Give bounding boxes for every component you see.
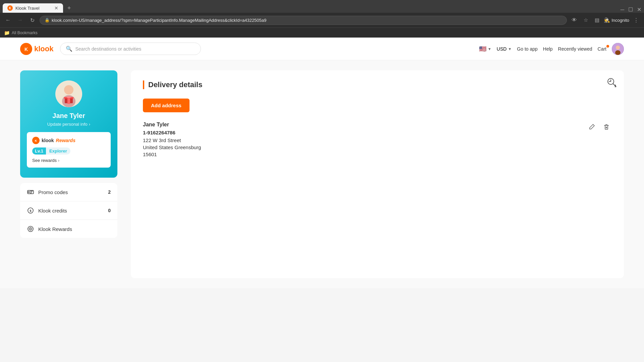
logo[interactable]: K klook [20, 43, 53, 55]
klook-rewards-menu-item[interactable]: Klook Rewards [20, 220, 117, 238]
help-link[interactable]: Help [543, 46, 553, 52]
delivery-section-title: Delivery details [143, 80, 612, 89]
sidebar-menu: Promo codes 2 $ Klook credits 0 [20, 183, 117, 238]
bookmarks-label: All Bookmarks [12, 31, 38, 35]
incognito-badge: 🕵 Incognito [604, 17, 629, 23]
flag-icon: 🇺🇸 [479, 45, 486, 53]
profile-avatar [55, 80, 82, 107]
main-content: Jane Tyler Update personal info › K kloo… [0, 60, 644, 288]
minimize-button[interactable]: ─ [621, 7, 624, 13]
klook-mini-logo-icon: K [32, 137, 40, 144]
chevron-right-icon: › [89, 122, 90, 127]
tab-title: Klook Travel [15, 6, 40, 11]
nav-right: 🇺🇸 ▼ USD ▼ Go to app Help Recently viewe… [479, 43, 624, 55]
close-window-button[interactable]: ✕ [637, 6, 641, 13]
coin-icon: $ [27, 207, 34, 214]
sidebar: Jane Tyler Update personal info › K kloo… [20, 70, 117, 278]
eye-slash-icon[interactable]: 👁 [570, 15, 579, 25]
level-badge: Lv.1 Explorer [32, 147, 70, 155]
logo-text: klook [34, 45, 53, 53]
forward-button[interactable]: → [15, 15, 25, 25]
maximize-button[interactable]: ☐ [628, 6, 633, 13]
bookmark-icon[interactable]: ☆ [581, 15, 590, 25]
svg-text:$: $ [30, 209, 31, 213]
tab-favicon: K [7, 5, 13, 11]
rewards-card: K klook Rewards Lv.1 Explorer See reward… [27, 132, 111, 168]
add-address-button[interactable]: Add address [143, 99, 190, 112]
address-bar[interactable]: 🔒 klook.com/en-US/manage_address/?spm=Ma… [40, 16, 567, 25]
search-placeholder: Search destinations or activities [75, 46, 141, 52]
promo-codes-label: Promo codes [38, 189, 104, 195]
language-selector[interactable]: 🇺🇸 ▼ [479, 45, 491, 53]
avatar[interactable] [612, 43, 624, 55]
address-street: 122 W 3rd Street [143, 137, 612, 143]
profile-card: Jane Tyler Update personal info › K kloo… [20, 70, 117, 178]
svg-point-15 [28, 191, 30, 193]
klook-rewards-logo: K klook Rewards [32, 137, 105, 144]
incognito-icon: 🕵 [604, 17, 610, 23]
svg-point-23 [30, 229, 31, 230]
svg-text:K: K [35, 139, 37, 142]
url-text: klook.com/en-US/manage_address/?spm=Mana… [52, 18, 266, 23]
promo-codes-menu-item[interactable]: Promo codes 2 [20, 183, 117, 201]
address-city-state: United States Greensburg [143, 144, 612, 150]
see-rewards-chevron-icon: › [58, 158, 59, 163]
tab-close-btn[interactable]: ✕ [54, 5, 58, 11]
address-card: Jane Tyler 1-9162264786 122 W 3rd Street… [143, 122, 612, 157]
chevron-down-icon: ▼ [488, 47, 491, 51]
avatar-image [612, 43, 624, 55]
currency-label: USD [497, 46, 507, 52]
ticket-icon [27, 188, 34, 196]
promo-codes-count: 2 [108, 189, 111, 195]
edit-address-button[interactable] [586, 122, 597, 132]
sidebar-toggle-icon[interactable]: ▤ [592, 15, 602, 25]
klook-rewards-label: Klook Rewards [38, 226, 111, 232]
lock-icon: 🔒 [45, 18, 50, 22]
address-name: Jane Tyler [143, 122, 612, 128]
cart-link[interactable]: Cart [598, 46, 606, 52]
see-rewards-link[interactable]: See rewards › [32, 158, 105, 163]
reload-button[interactable]: ↻ [28, 15, 37, 25]
cart-dot-badge [606, 45, 609, 48]
main-nav: K klook 🔍 Search destinations or activit… [0, 38, 644, 60]
address-actions [586, 122, 612, 132]
svg-point-3 [616, 46, 620, 50]
go-to-app-link[interactable]: Go to app [517, 46, 538, 52]
delivery-content-area: Delivery details Add address Jane Tyler … [131, 70, 624, 278]
klook-credits-menu-item[interactable]: $ Klook credits 0 [20, 201, 117, 220]
svg-rect-4 [615, 50, 621, 55]
update-personal-info-link[interactable]: Update personal info › [27, 122, 111, 127]
back-button[interactable]: ← [3, 15, 13, 25]
website-content: K klook 🔍 Search destinations or activit… [0, 38, 644, 288]
browser-tab[interactable]: K Klook Travel ✕ [3, 3, 63, 13]
cursor-indicator [606, 77, 617, 89]
address-phone: 1-9162264786 [143, 130, 612, 135]
rewards-icon [27, 225, 34, 233]
currency-selector[interactable]: USD ▼ [497, 46, 512, 52]
currency-chevron-icon: ▼ [508, 47, 512, 51]
delete-address-button[interactable] [601, 122, 612, 132]
address-zip: 15601 [143, 152, 612, 157]
extensions-icon[interactable]: ⋮ [631, 15, 641, 25]
new-tab-button[interactable]: + [64, 3, 74, 13]
klook-credits-count: 0 [108, 208, 111, 213]
search-icon: 🔍 [66, 46, 72, 52]
svg-point-11 [67, 96, 71, 98]
search-bar[interactable]: 🔍 Search destinations or activities [60, 43, 201, 55]
profile-name: Jane Tyler [27, 112, 111, 120]
svg-point-6 [64, 85, 73, 95]
bookmarks-folder-icon: 📁 [4, 30, 10, 36]
recently-viewed-link[interactable]: Recently viewed [558, 46, 592, 52]
klook-credits-label: Klook credits [38, 208, 104, 214]
svg-text:K: K [24, 47, 28, 52]
